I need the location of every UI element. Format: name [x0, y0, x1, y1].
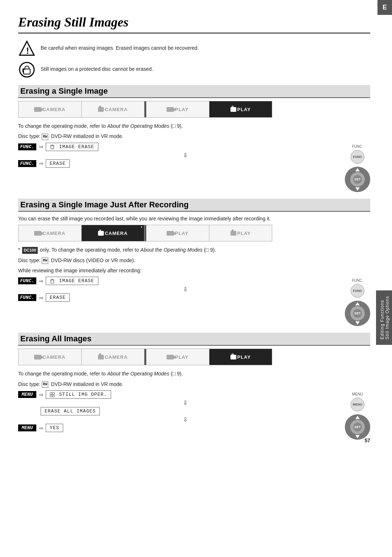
body-text-after-3: Disc type: RW DVD-RW discs (VIDEO or VR …	[18, 256, 370, 264]
mode-label: CAMERA	[42, 107, 65, 112]
grid-icon	[50, 392, 55, 397]
dc100-badge: DC100	[22, 247, 37, 254]
func-row-yes: MENU ⇨ YES	[18, 424, 330, 432]
func-row-erase-all: ERASE ALL IMAGES	[41, 407, 330, 415]
func-box-erase-1: ERASE	[46, 159, 70, 168]
func-row-erase-2: FUNC. ⇨ ERASE	[18, 293, 330, 302]
set-text: SET	[354, 178, 361, 181]
movie-icon	[34, 231, 41, 236]
body-text-after-1: You can erase the still image you record…	[18, 215, 370, 223]
func-box-erase-2: ERASE	[46, 293, 70, 302]
mode-btn-play-still-3: PLAY	[209, 349, 272, 365]
arrow-down-2	[355, 321, 360, 325]
diagram-area-all: MENU MENU SET	[345, 390, 370, 440]
func-arrow-4: ⇨	[39, 295, 44, 301]
func-arrow-3: ⇨	[39, 278, 44, 284]
func-box-yes: YES	[46, 424, 63, 432]
func-row-still-img: MENU ⇨ STILL IMG OPER.	[18, 390, 330, 399]
trash-icon-2	[50, 278, 55, 284]
diagram-area-single: FUNC. FUNC SET	[345, 143, 370, 192]
menu-circle: MENU	[351, 398, 364, 411]
body-text-after-4: While reviewing the image immediately af…	[18, 267, 370, 275]
mode-btn-play-movie-1: PLAY	[146, 101, 209, 117]
menu-label-1: MENU	[18, 391, 36, 398]
mode-label: PLAY	[175, 354, 188, 360]
func-box-erase-all: ERASE ALL IMAGES	[41, 407, 100, 415]
set-text-3: SET	[354, 425, 361, 429]
mode-bar-after: CAMERA CAMERA * PLAY PLAY	[18, 225, 272, 241]
mode-bar-single: CAMERA CAMERA PLAY PLAY	[18, 101, 272, 118]
still-icon	[230, 231, 236, 236]
svg-rect-3	[24, 69, 30, 74]
func-block-all: MENU ⇨ STILL IMG OPER. ⇩ ERASE ALL IMAGE…	[18, 390, 330, 433]
mode-bar-all: CAMERA CAMERA PLAY PLAY	[18, 349, 272, 365]
warning-protected: Still images on a protected disc cannot …	[18, 61, 370, 78]
func-row-image-erase-2: FUNC. ⇨ IMAGE ERASE	[18, 277, 330, 285]
movie-icon	[34, 107, 41, 112]
mode-btn-play-movie-2: PLAY	[146, 225, 209, 241]
mode-label: CAMERA	[42, 354, 65, 360]
func-block-after: FUNC. ⇨ IMAGE ERASE ⇩ FUNC. ⇨ ERASE	[18, 277, 330, 302]
mode-label: CAMERA	[105, 231, 128, 236]
warning-text-1: Be careful when erasing images. Erased i…	[41, 40, 199, 52]
mode-label: PLAY	[175, 107, 188, 112]
movie-icon	[167, 355, 174, 359]
sidebar-letter-e: E	[377, 0, 392, 15]
set-button-2: SET	[345, 301, 370, 326]
down-arrow-1: ⇩	[40, 152, 330, 159]
func-row-image-erase-1: FUNC. ⇨ IMAGE ERASE	[18, 143, 330, 151]
section-heading-after-recording: Erasing a Single Image Just After Record…	[18, 199, 370, 212]
func-circle-2: FUNC	[351, 284, 364, 298]
page-title: Erasing Still Images	[18, 15, 370, 30]
sidebar-editing-functions: Editing FunctionsStill Image Options	[376, 290, 392, 345]
mode-label: CAMERA	[105, 354, 128, 360]
func-diagram-after: FUNC. ⇨ IMAGE ERASE ⇩ FUNC. ⇨ ERASE	[18, 277, 370, 326]
mode-label: PLAY	[237, 107, 251, 112]
protected-icon	[18, 61, 36, 78]
menu-circle-label: MENU	[352, 392, 363, 396]
func-box-image-erase-1: IMAGE ERASE	[46, 143, 98, 151]
svg-rect-13	[53, 395, 54, 397]
body-text-all-2: Disc type: RW DVD-RW initialized in VR m…	[18, 380, 370, 388]
func-row-erase-1: FUNC. ⇨ ERASE	[18, 159, 330, 168]
mode-label: PLAY	[175, 231, 188, 236]
arrow-up-2	[355, 302, 360, 305]
movie-icon	[34, 355, 41, 359]
func-label-4: FUNC.	[18, 294, 36, 301]
func-circle-label: FUNC.	[352, 145, 363, 149]
set-button-3: SET	[345, 414, 370, 440]
set-button-1: SET	[345, 167, 370, 192]
section-heading-all: Erasing All Images	[18, 333, 370, 346]
warning-text-2: Still images on a protected disc cannot …	[41, 61, 153, 73]
warning-caution: ! Be careful when erasing images. Erased…	[18, 40, 370, 57]
movie-icon	[167, 107, 174, 112]
arrow-up	[355, 168, 360, 171]
svg-rect-4	[51, 146, 54, 149]
func-arrow-5: ⇨	[39, 392, 44, 398]
section-heading-single: Erasing a Single Image	[18, 85, 370, 98]
arrow-down	[355, 187, 360, 191]
right-sidebar: E Editing FunctionsStill Image Options	[377, 0, 392, 454]
rw-badge: RW	[42, 134, 48, 140]
arrow-down-3	[355, 435, 360, 438]
menu-label-2: MENU	[18, 424, 36, 431]
still-icon	[98, 355, 104, 359]
body-text-all-1: To change the operating mode, refer to A…	[18, 370, 370, 378]
mode-label: CAMERA	[42, 231, 65, 236]
mode-btn-camera-movie-3: CAMERA	[19, 349, 82, 365]
func-arrow-1: ⇨	[39, 144, 44, 150]
func-diagram-single: FUNC. ⇨ IMAGE ERASE ⇩ FUNC. ⇨ ERASE	[18, 143, 370, 192]
down-arrow-2: ⇩	[40, 286, 330, 293]
caution-icon: !	[18, 40, 36, 57]
arrow-up-3	[355, 416, 360, 419]
func-arrow-6: ⇨	[39, 425, 44, 431]
mode-btn-camera-movie-2: CAMERA	[19, 225, 82, 241]
svg-rect-12	[50, 395, 52, 397]
still-icon	[230, 107, 236, 112]
func-arrow-2: ⇨	[39, 160, 44, 166]
page-number: 57	[364, 438, 370, 443]
func-diagram-all: MENU ⇨ STILL IMG OPER. ⇩ ERASE ALL IMAGE…	[18, 390, 370, 440]
rw-badge-2: RW	[42, 257, 48, 264]
func-block-single: FUNC. ⇨ IMAGE ERASE ⇩ FUNC. ⇨ ERASE	[18, 143, 330, 168]
still-icon	[98, 231, 104, 236]
